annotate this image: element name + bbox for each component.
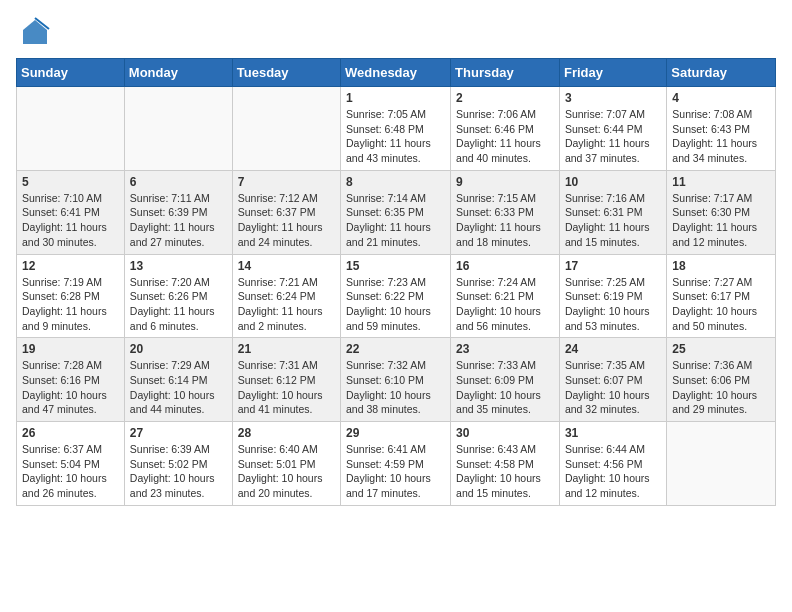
day-info: Sunrise: 6:39 AMSunset: 5:02 PMDaylight:… [130,442,227,501]
daylight: Daylight: 11 hours and 30 minutes. [22,221,107,248]
daylight: Daylight: 11 hours and 37 minutes. [565,137,650,164]
daylight: Daylight: 10 hours and 38 minutes. [346,389,431,416]
sunset: Sunset: 6:41 PM [22,206,100,218]
sunset: Sunset: 6:46 PM [456,123,534,135]
sunrise: Sunrise: 6:41 AM [346,443,426,455]
day-number: 4 [672,91,770,105]
day-info: Sunrise: 6:44 AMSunset: 4:56 PMDaylight:… [565,442,661,501]
sunrise: Sunrise: 7:10 AM [22,192,102,204]
calendar-week-row: 12Sunrise: 7:19 AMSunset: 6:28 PMDayligh… [17,254,776,338]
day-number: 14 [238,259,335,273]
day-number: 24 [565,342,661,356]
sunset: Sunset: 6:43 PM [672,123,750,135]
calendar-cell: 18Sunrise: 7:27 AMSunset: 6:17 PMDayligh… [667,254,776,338]
daylight: Daylight: 11 hours and 6 minutes. [130,305,215,332]
day-info: Sunrise: 7:20 AMSunset: 6:26 PMDaylight:… [130,275,227,334]
day-info: Sunrise: 7:05 AMSunset: 6:48 PMDaylight:… [346,107,445,166]
sunrise: Sunrise: 7:08 AM [672,108,752,120]
sunset: Sunset: 6:39 PM [130,206,208,218]
calendar-cell: 28Sunrise: 6:40 AMSunset: 5:01 PMDayligh… [232,422,340,506]
day-info: Sunrise: 7:07 AMSunset: 6:44 PMDaylight:… [565,107,661,166]
day-number: 31 [565,426,661,440]
sunset: Sunset: 6:14 PM [130,374,208,386]
calendar-cell: 12Sunrise: 7:19 AMSunset: 6:28 PMDayligh… [17,254,125,338]
sunrise: Sunrise: 7:33 AM [456,359,536,371]
day-info: Sunrise: 7:36 AMSunset: 6:06 PMDaylight:… [672,358,770,417]
daylight: Daylight: 10 hours and 50 minutes. [672,305,757,332]
calendar-cell: 31Sunrise: 6:44 AMSunset: 4:56 PMDayligh… [559,422,666,506]
sunset: Sunset: 5:04 PM [22,458,100,470]
day-info: Sunrise: 7:14 AMSunset: 6:35 PMDaylight:… [346,191,445,250]
sunset: Sunset: 6:19 PM [565,290,643,302]
day-info: Sunrise: 7:11 AMSunset: 6:39 PMDaylight:… [130,191,227,250]
sunset: Sunset: 4:58 PM [456,458,534,470]
daylight: Daylight: 10 hours and 59 minutes. [346,305,431,332]
page-header [16,16,776,48]
sunset: Sunset: 6:35 PM [346,206,424,218]
sunset: Sunset: 6:10 PM [346,374,424,386]
sunrise: Sunrise: 7:05 AM [346,108,426,120]
calendar-cell: 17Sunrise: 7:25 AMSunset: 6:19 PMDayligh… [559,254,666,338]
sunset: Sunset: 5:01 PM [238,458,316,470]
daylight: Daylight: 10 hours and 29 minutes. [672,389,757,416]
sunset: Sunset: 6:37 PM [238,206,316,218]
daylight: Daylight: 11 hours and 9 minutes. [22,305,107,332]
sunrise: Sunrise: 6:43 AM [456,443,536,455]
daylight: Daylight: 10 hours and 12 minutes. [565,472,650,499]
sunset: Sunset: 6:07 PM [565,374,643,386]
day-info: Sunrise: 7:33 AMSunset: 6:09 PMDaylight:… [456,358,554,417]
day-number: 30 [456,426,554,440]
sunrise: Sunrise: 7:25 AM [565,276,645,288]
day-number: 3 [565,91,661,105]
day-number: 25 [672,342,770,356]
day-info: Sunrise: 7:08 AMSunset: 6:43 PMDaylight:… [672,107,770,166]
daylight: Daylight: 10 hours and 15 minutes. [456,472,541,499]
daylight: Daylight: 10 hours and 35 minutes. [456,389,541,416]
calendar-cell: 29Sunrise: 6:41 AMSunset: 4:59 PMDayligh… [341,422,451,506]
day-info: Sunrise: 7:06 AMSunset: 6:46 PMDaylight:… [456,107,554,166]
daylight: Daylight: 10 hours and 32 minutes. [565,389,650,416]
calendar-cell: 13Sunrise: 7:20 AMSunset: 6:26 PMDayligh… [124,254,232,338]
sunrise: Sunrise: 6:39 AM [130,443,210,455]
day-number: 13 [130,259,227,273]
sunrise: Sunrise: 7:24 AM [456,276,536,288]
sunset: Sunset: 6:17 PM [672,290,750,302]
daylight: Daylight: 10 hours and 41 minutes. [238,389,323,416]
day-number: 23 [456,342,554,356]
calendar-cell: 20Sunrise: 7:29 AMSunset: 6:14 PMDayligh… [124,338,232,422]
sunrise: Sunrise: 7:27 AM [672,276,752,288]
day-info: Sunrise: 7:19 AMSunset: 6:28 PMDaylight:… [22,275,119,334]
day-number: 8 [346,175,445,189]
sunrise: Sunrise: 7:19 AM [22,276,102,288]
col-wednesday: Wednesday [341,59,451,87]
sunset: Sunset: 6:06 PM [672,374,750,386]
sunset: Sunset: 6:44 PM [565,123,643,135]
day-number: 20 [130,342,227,356]
sunrise: Sunrise: 7:23 AM [346,276,426,288]
sunrise: Sunrise: 7:36 AM [672,359,752,371]
sunrise: Sunrise: 7:29 AM [130,359,210,371]
calendar-cell: 15Sunrise: 7:23 AMSunset: 6:22 PMDayligh… [341,254,451,338]
day-number: 27 [130,426,227,440]
day-number: 10 [565,175,661,189]
calendar-week-row: 26Sunrise: 6:37 AMSunset: 5:04 PMDayligh… [17,422,776,506]
calendar-cell [124,87,232,171]
day-info: Sunrise: 7:15 AMSunset: 6:33 PMDaylight:… [456,191,554,250]
day-number: 11 [672,175,770,189]
sunrise: Sunrise: 7:12 AM [238,192,318,204]
sunrise: Sunrise: 7:17 AM [672,192,752,204]
day-info: Sunrise: 7:24 AMSunset: 6:21 PMDaylight:… [456,275,554,334]
sunrise: Sunrise: 6:44 AM [565,443,645,455]
calendar-cell: 21Sunrise: 7:31 AMSunset: 6:12 PMDayligh… [232,338,340,422]
col-friday: Friday [559,59,666,87]
daylight: Daylight: 11 hours and 24 minutes. [238,221,323,248]
calendar-cell [232,87,340,171]
col-tuesday: Tuesday [232,59,340,87]
sunset: Sunset: 4:59 PM [346,458,424,470]
daylight: Daylight: 11 hours and 43 minutes. [346,137,431,164]
calendar-cell: 4Sunrise: 7:08 AMSunset: 6:43 PMDaylight… [667,87,776,171]
calendar-cell: 10Sunrise: 7:16 AMSunset: 6:31 PMDayligh… [559,170,666,254]
calendar-table: Sunday Monday Tuesday Wednesday Thursday… [16,58,776,506]
sunset: Sunset: 4:56 PM [565,458,643,470]
day-info: Sunrise: 7:16 AMSunset: 6:31 PMDaylight:… [565,191,661,250]
